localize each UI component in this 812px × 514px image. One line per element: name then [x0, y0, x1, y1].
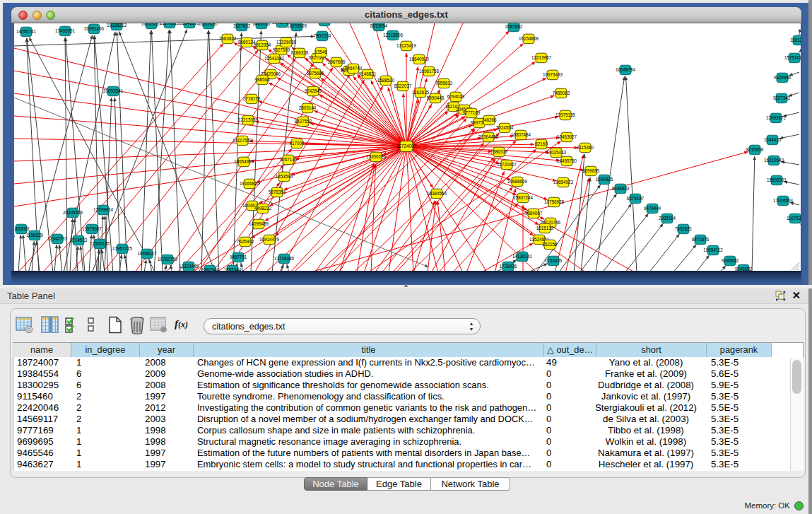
- svg-text:12213339: 12213339: [238, 117, 259, 122]
- svg-text:10756928: 10756928: [544, 199, 565, 204]
- svg-text:13546: 13546: [314, 49, 327, 54]
- svg-text:6379197: 6379197: [627, 196, 645, 201]
- svg-text:9227342: 9227342: [773, 95, 791, 100]
- svg-text:20991406: 20991406: [84, 26, 105, 31]
- svg-text:10688609: 10688609: [507, 179, 528, 184]
- svg-text:12399924: 12399924: [93, 207, 114, 212]
- svg-text:13975687: 13975687: [82, 226, 102, 231]
- svg-text:14495750: 14495750: [557, 158, 577, 163]
- svg-text:391531: 391531: [14, 233, 16, 238]
- svg-text:16961758: 16961758: [419, 69, 440, 74]
- svg-text:252254: 252254: [542, 242, 558, 247]
- svg-text:5878354: 5878354: [269, 189, 286, 194]
- svg-text:12218506: 12218506: [383, 33, 404, 37]
- svg-text:6794028: 6794028: [447, 94, 465, 99]
- svg-text:18546301: 18546301: [180, 23, 200, 25]
- svg-text:18724007: 18724007: [396, 144, 417, 148]
- svg-text:20206556: 20206556: [63, 210, 83, 215]
- svg-text:417004: 417004: [289, 141, 305, 146]
- svg-text:1527602: 1527602: [233, 23, 251, 28]
- svg-text:15692901: 15692901: [767, 177, 787, 182]
- svg-text:1161212: 1161212: [790, 37, 801, 42]
- svg-text:16210643: 16210643: [764, 158, 784, 163]
- svg-text:9327509: 9327509: [273, 47, 290, 52]
- svg-text:19654955: 19654955: [234, 159, 254, 164]
- svg-text:9777169: 9777169: [463, 110, 481, 115]
- svg-text:8322037: 8322037: [394, 83, 412, 88]
- svg-text:1733426: 1733426: [545, 258, 563, 263]
- svg-text:15276021: 15276021: [160, 23, 180, 25]
- svg-text:6699695: 6699695: [582, 168, 600, 173]
- svg-text:10025433: 10025433: [546, 150, 567, 155]
- svg-text:9474444: 9474444: [644, 206, 661, 211]
- svg-text:12323445: 12323445: [179, 264, 199, 269]
- svg-text:17455951: 17455951: [55, 28, 76, 33]
- svg-text:16914479: 16914479: [259, 237, 280, 242]
- svg-text:10973493: 10973493: [543, 72, 563, 77]
- svg-text:19654923: 19654923: [553, 180, 574, 185]
- svg-text:7632621: 7632621: [675, 226, 693, 231]
- svg-text:10807484: 10807484: [511, 132, 531, 137]
- svg-text:13716485: 13716485: [274, 256, 295, 261]
- svg-text:15807244: 15807244: [513, 195, 534, 200]
- svg-text:15751074: 15751074: [784, 55, 801, 60]
- svg-text:10653287: 10653287: [199, 23, 219, 26]
- svg-text:1588520: 1588520: [377, 78, 395, 83]
- svg-text:988564: 988564: [254, 77, 270, 82]
- svg-text:8912954: 8912954: [254, 42, 271, 47]
- svg-text:1244415: 1244415: [764, 137, 782, 142]
- svg-text:7386372: 7386372: [490, 149, 508, 154]
- svg-text:8215958: 8215958: [746, 147, 764, 152]
- svg-text:2718176: 2718176: [243, 96, 261, 101]
- svg-text:62160: 62160: [535, 141, 548, 146]
- svg-text:9329996: 9329996: [774, 75, 792, 80]
- svg-text:8471676: 8471676: [692, 237, 710, 242]
- svg-text:2187682: 2187682: [505, 24, 523, 29]
- svg-text:9084067: 9084067: [525, 211, 543, 216]
- svg-text:2803144: 2803144: [299, 105, 317, 110]
- svg-text:14055741: 14055741: [16, 29, 37, 34]
- svg-text:16648784: 16648784: [616, 67, 636, 72]
- svg-text:1640935: 1640935: [596, 177, 613, 182]
- svg-text:746266: 746266: [481, 117, 497, 122]
- svg-text:16154808: 16154808: [519, 36, 539, 41]
- svg-text:6466160: 6466160: [253, 23, 271, 26]
- svg-text:10653267: 10653267: [141, 23, 162, 26]
- svg-text:7857224: 7857224: [314, 33, 331, 38]
- svg-text:20364486: 20364486: [478, 134, 499, 139]
- svg-text:2935114: 2935114: [659, 216, 676, 221]
- svg-text:8186328: 8186328: [291, 50, 309, 55]
- svg-text:4498222: 4498222: [254, 206, 272, 211]
- svg-text:19166825: 19166825: [240, 181, 260, 186]
- svg-text:12975135: 12975135: [555, 112, 576, 117]
- svg-text:8990448: 8990448: [427, 95, 445, 100]
- svg-text:9245652: 9245652: [722, 258, 739, 263]
- svg-text:9457791: 9457791: [230, 255, 247, 259]
- svg-text:1453594: 1453594: [276, 174, 293, 179]
- svg-text:14099489: 14099489: [249, 221, 269, 226]
- svg-text:19338213: 19338213: [107, 23, 127, 28]
- svg-text:5875685: 5875685: [307, 71, 324, 76]
- svg-text:10463627: 10463627: [557, 134, 577, 139]
- svg-text:19384554: 19384554: [427, 191, 447, 196]
- svg-text:18640910: 18640910: [409, 57, 430, 62]
- svg-text:7955812: 7955812: [435, 81, 453, 86]
- svg-text:12342737: 12342737: [47, 236, 68, 241]
- svg-text:9115460: 9115460: [577, 145, 594, 150]
- svg-text:12093872: 12093872: [766, 115, 787, 120]
- svg-text:14136141: 14136141: [512, 254, 533, 259]
- svg-text:13226058: 13226058: [276, 40, 297, 45]
- svg-text:10654112: 10654112: [703, 247, 723, 252]
- svg-text:12505135: 12505135: [90, 241, 110, 246]
- svg-text:9242845: 9242845: [305, 88, 322, 93]
- svg-text:1453061: 1453061: [14, 226, 30, 231]
- svg-text:8938923: 8938923: [612, 186, 630, 191]
- svg-text:15300275: 15300275: [366, 154, 387, 159]
- svg-text:7625402: 7625402: [237, 239, 254, 244]
- svg-text:8427552: 8427552: [295, 119, 312, 124]
- svg-text:9146821: 9146821: [359, 71, 377, 76]
- svg-text:7485063: 7485063: [553, 90, 570, 95]
- svg-text:12213967: 12213967: [531, 55, 552, 60]
- svg-text:10958117: 10958117: [137, 251, 157, 256]
- svg-text:1167534: 1167534: [787, 216, 801, 221]
